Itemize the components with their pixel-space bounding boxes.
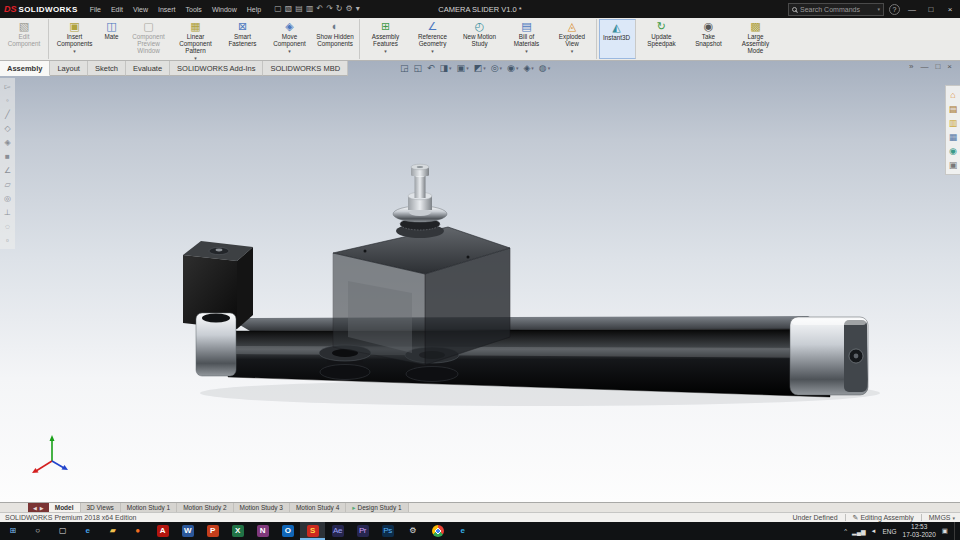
- restore-document-icon[interactable]: □: [935, 62, 940, 71]
- filter-solid-bodies-icon[interactable]: ■: [5, 152, 10, 161]
- menu-item[interactable]: File: [85, 3, 106, 16]
- apply-scene-icon[interactable]: ◈▾: [523, 62, 533, 74]
- powerpoint-icon[interactable]: P: [200, 522, 225, 540]
- component-preview-window-button[interactable]: ▢ Component Preview Window ▾: [125, 19, 172, 59]
- take-snapshot-button[interactable]: ◉ Take Snapshot ▾: [685, 19, 732, 59]
- previous-view-icon[interactable]: ↶▾: [427, 62, 435, 74]
- design-library-icon[interactable]: ▤: [949, 104, 958, 114]
- edge-browser-icon[interactable]: e: [75, 522, 100, 540]
- volume-icon[interactable]: ◄: [871, 528, 877, 535]
- clock[interactable]: 12:53 17-03-2020: [903, 523, 936, 539]
- word-icon[interactable]: W: [175, 522, 200, 540]
- model-tab[interactable]: Motion Study 3: [234, 503, 290, 512]
- menu-item[interactable]: Edit: [106, 3, 128, 16]
- acrobat-reader-icon[interactable]: A: [150, 522, 175, 540]
- excel-icon[interactable]: X: [225, 522, 250, 540]
- filter-vertices-icon[interactable]: ◦: [6, 96, 9, 105]
- show-desktop-button[interactable]: [954, 522, 957, 540]
- search-commands-box[interactable]: Search Commands ▾: [788, 3, 884, 16]
- filter-coordinate-systems-icon[interactable]: ⊥: [4, 208, 11, 217]
- expand-flyout-icon[interactable]: »: [909, 62, 913, 71]
- network-signal-icon[interactable]: ▂▄▆: [852, 528, 865, 535]
- hide-show-items-icon[interactable]: ◎▾: [491, 62, 502, 74]
- task-view-button[interactable]: ▢: [50, 522, 75, 540]
- move-component-button[interactable]: ◈ Move Component ▾: [266, 19, 313, 59]
- model-tab[interactable]: ▸ Design Study 1: [346, 503, 408, 512]
- view-settings-icon[interactable]: ◍▾: [539, 62, 550, 74]
- start-button[interactable]: ⊞: [0, 522, 25, 540]
- zoom-to-fit-icon[interactable]: ◲▾: [400, 62, 409, 74]
- premiere-icon[interactable]: Pr: [350, 522, 375, 540]
- menu-item[interactable]: Tools: [181, 3, 207, 16]
- insert-components-button[interactable]: ▣ Insert Components ▾: [51, 19, 98, 59]
- help-icon[interactable]: ?: [889, 4, 900, 15]
- assembly-features-button[interactable]: ⊞ Assembly Features ▾: [362, 19, 409, 59]
- camera-slider-3d-model[interactable]: [0, 61, 960, 502]
- action-center-icon[interactable]: ▣: [942, 527, 948, 535]
- chrome-icon[interactable]: [425, 522, 450, 540]
- photoshop-icon[interactable]: Ps: [375, 522, 400, 540]
- redo-icon[interactable]: ↷: [326, 4, 333, 14]
- file-explorer-icon[interactable]: ▰: [100, 522, 125, 540]
- model-tab[interactable]: Motion Study 1: [121, 503, 177, 512]
- minimize-document-icon[interactable]: —: [920, 62, 928, 71]
- reference-geometry-button[interactable]: ∠ Reference Geometry ▾: [409, 19, 456, 59]
- rebuild-icon[interactable]: ↻: [336, 4, 343, 14]
- model-tab[interactable]: Model: [49, 503, 81, 512]
- model-tab[interactable]: Motion Study 2: [177, 503, 233, 512]
- bill-of-materials-button[interactable]: ▤ Bill of Materials ▾: [503, 19, 550, 59]
- show-hidden-components-button[interactable]: ◐ Show Hidden Components ▾: [313, 19, 360, 59]
- command-tab[interactable]: Sketch: [88, 61, 126, 76]
- model-tab[interactable]: 3D Views: [81, 503, 121, 512]
- new-motion-study-button[interactable]: ◴ New Motion Study ▾: [456, 19, 503, 59]
- command-tab[interactable]: SOLIDWORKS Add-Ins: [170, 61, 263, 76]
- command-tab[interactable]: Assembly: [0, 61, 50, 76]
- solidworks-taskbar-icon[interactable]: S: [300, 522, 325, 540]
- filter-edges-icon[interactable]: ╱: [5, 110, 10, 119]
- save-icon[interactable]: ▤: [295, 4, 303, 14]
- chevron-down-icon[interactable]: ▾: [877, 6, 880, 12]
- menu-item[interactable]: Window: [207, 3, 242, 16]
- search-button[interactable]: ○: [25, 522, 50, 540]
- filter-midpoints-icon[interactable]: ▫: [6, 236, 9, 245]
- firefox-icon[interactable]: ●: [125, 522, 150, 540]
- undo-icon[interactable]: ↶: [316, 4, 323, 14]
- graphics-area[interactable]: ▻◦╱◇◈■∠▱◎⊥◌▫ ⌂▤▥▦◉▣: [0, 61, 960, 502]
- section-view-icon[interactable]: ◨▾: [440, 62, 452, 74]
- filter-surface-bodies-icon[interactable]: ◈: [4, 138, 10, 147]
- menu-item[interactable]: View: [128, 3, 153, 16]
- command-tab[interactable]: SOLIDWORKS MBD: [263, 61, 348, 76]
- minimize-window-button[interactable]: —: [905, 5, 919, 14]
- instant3d-button[interactable]: ◭ Instant3D ▾: [599, 19, 636, 59]
- edit-component-button[interactable]: ▧ Edit Component ▾: [2, 19, 49, 59]
- language-indicator[interactable]: ENG: [883, 528, 897, 535]
- appearances-scenes-icon[interactable]: ◉: [949, 146, 957, 156]
- open-document-icon[interactable]: ▧: [285, 4, 293, 14]
- restore-window-button[interactable]: □: [924, 5, 938, 14]
- display-style-icon[interactable]: ◩▾: [474, 62, 486, 74]
- zoom-to-area-icon[interactable]: ◱▾: [414, 62, 423, 74]
- large-assembly-mode-button[interactable]: ▩ Large Assembly Mode ▾: [732, 19, 779, 59]
- options-gear-icon[interactable]: ⚙: [346, 4, 353, 14]
- exploded-view-button[interactable]: ◬ Exploded View ▾: [550, 19, 597, 59]
- filter-faces-icon[interactable]: ◇: [4, 124, 10, 133]
- hidden-icons-chevron[interactable]: ^: [844, 528, 847, 535]
- scroll-tabs-right-icon[interactable]: ▶: [40, 505, 44, 511]
- outlook-icon[interactable]: O: [275, 522, 300, 540]
- toolbar-dropdown-icon[interactable]: ▾: [356, 4, 360, 14]
- command-tab[interactable]: Evaluate: [126, 61, 170, 76]
- new-document-icon[interactable]: ▢: [274, 4, 282, 14]
- units-selector[interactable]: MMGS ▾: [929, 514, 955, 521]
- settings-icon[interactable]: ⚙: [400, 522, 425, 540]
- menu-item[interactable]: Help: [242, 3, 266, 16]
- filter-axes-icon[interactable]: ∠: [4, 166, 11, 175]
- filter-planes-icon[interactable]: ▱: [4, 180, 10, 189]
- solidworks-resources-icon[interactable]: ⌂: [950, 90, 955, 100]
- model-tab[interactable]: Motion Study 4: [290, 503, 346, 512]
- view-palette-icon[interactable]: ▦: [949, 132, 958, 142]
- file-explorer-icon[interactable]: ▥: [949, 118, 958, 128]
- custom-properties-icon[interactable]: ▣: [949, 160, 958, 170]
- filter-sketches-icon[interactable]: ◌: [5, 222, 10, 231]
- command-tab[interactable]: Layout: [50, 61, 88, 76]
- linear-component-pattern-button[interactable]: ▦ Linear Component Pattern ▾: [172, 19, 219, 59]
